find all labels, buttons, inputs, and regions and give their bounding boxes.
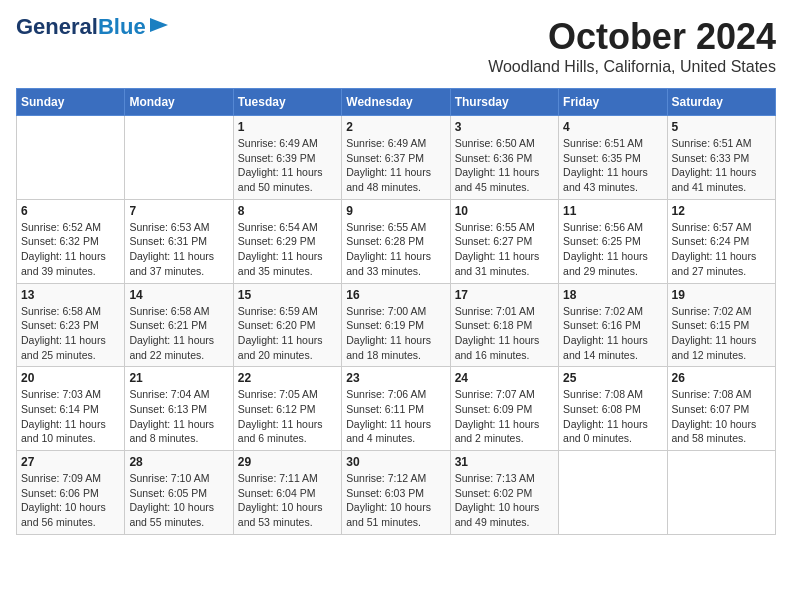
day-number: 29 <box>238 455 337 469</box>
day-number: 24 <box>455 371 554 385</box>
day-cell: 23Sunrise: 7:06 AM Sunset: 6:11 PM Dayli… <box>342 367 450 451</box>
week-row-2: 6Sunrise: 6:52 AM Sunset: 6:32 PM Daylig… <box>17 199 776 283</box>
day-info: Sunrise: 7:09 AM Sunset: 6:06 PM Dayligh… <box>21 471 120 530</box>
day-number: 23 <box>346 371 445 385</box>
day-cell: 12Sunrise: 6:57 AM Sunset: 6:24 PM Dayli… <box>667 199 775 283</box>
day-cell: 8Sunrise: 6:54 AM Sunset: 6:29 PM Daylig… <box>233 199 341 283</box>
day-number: 5 <box>672 120 771 134</box>
day-number: 12 <box>672 204 771 218</box>
day-cell: 18Sunrise: 7:02 AM Sunset: 6:16 PM Dayli… <box>559 283 667 367</box>
day-cell: 1Sunrise: 6:49 AM Sunset: 6:39 PM Daylig… <box>233 116 341 200</box>
day-cell: 26Sunrise: 7:08 AM Sunset: 6:07 PM Dayli… <box>667 367 775 451</box>
day-info: Sunrise: 6:51 AM Sunset: 6:35 PM Dayligh… <box>563 136 662 195</box>
day-cell: 25Sunrise: 7:08 AM Sunset: 6:08 PM Dayli… <box>559 367 667 451</box>
day-cell: 5Sunrise: 6:51 AM Sunset: 6:33 PM Daylig… <box>667 116 775 200</box>
day-info: Sunrise: 7:01 AM Sunset: 6:18 PM Dayligh… <box>455 304 554 363</box>
header-cell-sunday: Sunday <box>17 89 125 116</box>
day-cell: 28Sunrise: 7:10 AM Sunset: 6:05 PM Dayli… <box>125 451 233 535</box>
day-info: Sunrise: 7:05 AM Sunset: 6:12 PM Dayligh… <box>238 387 337 446</box>
day-number: 8 <box>238 204 337 218</box>
day-info: Sunrise: 7:10 AM Sunset: 6:05 PM Dayligh… <box>129 471 228 530</box>
day-number: 2 <box>346 120 445 134</box>
day-number: 4 <box>563 120 662 134</box>
day-info: Sunrise: 7:06 AM Sunset: 6:11 PM Dayligh… <box>346 387 445 446</box>
day-info: Sunrise: 6:53 AM Sunset: 6:31 PM Dayligh… <box>129 220 228 279</box>
day-number: 26 <box>672 371 771 385</box>
day-cell: 11Sunrise: 6:56 AM Sunset: 6:25 PM Dayli… <box>559 199 667 283</box>
location-subtitle: Woodland Hills, California, United State… <box>488 58 776 76</box>
svg-marker-0 <box>150 18 168 32</box>
day-cell: 9Sunrise: 6:55 AM Sunset: 6:28 PM Daylig… <box>342 199 450 283</box>
day-number: 27 <box>21 455 120 469</box>
day-cell: 27Sunrise: 7:09 AM Sunset: 6:06 PM Dayli… <box>17 451 125 535</box>
logo: GeneralBlue <box>16 16 170 38</box>
day-number: 6 <box>21 204 120 218</box>
day-info: Sunrise: 7:13 AM Sunset: 6:02 PM Dayligh… <box>455 471 554 530</box>
header-cell-thursday: Thursday <box>450 89 558 116</box>
day-info: Sunrise: 6:54 AM Sunset: 6:29 PM Dayligh… <box>238 220 337 279</box>
header-cell-friday: Friday <box>559 89 667 116</box>
day-info: Sunrise: 6:56 AM Sunset: 6:25 PM Dayligh… <box>563 220 662 279</box>
header-cell-tuesday: Tuesday <box>233 89 341 116</box>
day-cell: 13Sunrise: 6:58 AM Sunset: 6:23 PM Dayli… <box>17 283 125 367</box>
week-row-3: 13Sunrise: 6:58 AM Sunset: 6:23 PM Dayli… <box>17 283 776 367</box>
day-info: Sunrise: 7:08 AM Sunset: 6:08 PM Dayligh… <box>563 387 662 446</box>
day-info: Sunrise: 6:58 AM Sunset: 6:23 PM Dayligh… <box>21 304 120 363</box>
day-number: 30 <box>346 455 445 469</box>
day-cell: 16Sunrise: 7:00 AM Sunset: 6:19 PM Dayli… <box>342 283 450 367</box>
logo-text: GeneralBlue <box>16 16 146 38</box>
day-info: Sunrise: 7:02 AM Sunset: 6:16 PM Dayligh… <box>563 304 662 363</box>
day-number: 18 <box>563 288 662 302</box>
day-number: 17 <box>455 288 554 302</box>
day-info: Sunrise: 6:55 AM Sunset: 6:27 PM Dayligh… <box>455 220 554 279</box>
week-row-1: 1Sunrise: 6:49 AM Sunset: 6:39 PM Daylig… <box>17 116 776 200</box>
header-cell-saturday: Saturday <box>667 89 775 116</box>
day-cell: 30Sunrise: 7:12 AM Sunset: 6:03 PM Dayli… <box>342 451 450 535</box>
day-cell <box>559 451 667 535</box>
day-info: Sunrise: 7:02 AM Sunset: 6:15 PM Dayligh… <box>672 304 771 363</box>
day-info: Sunrise: 6:51 AM Sunset: 6:33 PM Dayligh… <box>672 136 771 195</box>
day-cell: 7Sunrise: 6:53 AM Sunset: 6:31 PM Daylig… <box>125 199 233 283</box>
header-row: SundayMondayTuesdayWednesdayThursdayFrid… <box>17 89 776 116</box>
day-number: 11 <box>563 204 662 218</box>
day-info: Sunrise: 7:11 AM Sunset: 6:04 PM Dayligh… <box>238 471 337 530</box>
day-cell: 31Sunrise: 7:13 AM Sunset: 6:02 PM Dayli… <box>450 451 558 535</box>
day-number: 9 <box>346 204 445 218</box>
day-info: Sunrise: 7:04 AM Sunset: 6:13 PM Dayligh… <box>129 387 228 446</box>
day-info: Sunrise: 6:57 AM Sunset: 6:24 PM Dayligh… <box>672 220 771 279</box>
day-number: 28 <box>129 455 228 469</box>
day-info: Sunrise: 7:07 AM Sunset: 6:09 PM Dayligh… <box>455 387 554 446</box>
day-cell: 4Sunrise: 6:51 AM Sunset: 6:35 PM Daylig… <box>559 116 667 200</box>
calendar-table: SundayMondayTuesdayWednesdayThursdayFrid… <box>16 88 776 535</box>
day-cell: 3Sunrise: 6:50 AM Sunset: 6:36 PM Daylig… <box>450 116 558 200</box>
week-row-5: 27Sunrise: 7:09 AM Sunset: 6:06 PM Dayli… <box>17 451 776 535</box>
day-cell: 20Sunrise: 7:03 AM Sunset: 6:14 PM Dayli… <box>17 367 125 451</box>
day-number: 19 <box>672 288 771 302</box>
day-number: 13 <box>21 288 120 302</box>
calendar-header: SundayMondayTuesdayWednesdayThursdayFrid… <box>17 89 776 116</box>
day-number: 16 <box>346 288 445 302</box>
month-year-title: October 2024 <box>488 16 776 58</box>
day-number: 10 <box>455 204 554 218</box>
day-number: 7 <box>129 204 228 218</box>
day-number: 15 <box>238 288 337 302</box>
day-cell: 29Sunrise: 7:11 AM Sunset: 6:04 PM Dayli… <box>233 451 341 535</box>
day-number: 21 <box>129 371 228 385</box>
day-number: 25 <box>563 371 662 385</box>
day-cell: 21Sunrise: 7:04 AM Sunset: 6:13 PM Dayli… <box>125 367 233 451</box>
day-number: 14 <box>129 288 228 302</box>
day-cell: 22Sunrise: 7:05 AM Sunset: 6:12 PM Dayli… <box>233 367 341 451</box>
day-info: Sunrise: 7:08 AM Sunset: 6:07 PM Dayligh… <box>672 387 771 446</box>
day-cell <box>125 116 233 200</box>
page-header: GeneralBlue October 2024 Woodland Hills,… <box>16 16 776 76</box>
day-cell: 19Sunrise: 7:02 AM Sunset: 6:15 PM Dayli… <box>667 283 775 367</box>
day-cell: 10Sunrise: 6:55 AM Sunset: 6:27 PM Dayli… <box>450 199 558 283</box>
day-info: Sunrise: 6:50 AM Sunset: 6:36 PM Dayligh… <box>455 136 554 195</box>
day-cell: 6Sunrise: 6:52 AM Sunset: 6:32 PM Daylig… <box>17 199 125 283</box>
day-info: Sunrise: 6:49 AM Sunset: 6:37 PM Dayligh… <box>346 136 445 195</box>
day-cell: 14Sunrise: 6:58 AM Sunset: 6:21 PM Dayli… <box>125 283 233 367</box>
title-block: October 2024 Woodland Hills, California,… <box>488 16 776 76</box>
day-info: Sunrise: 6:58 AM Sunset: 6:21 PM Dayligh… <box>129 304 228 363</box>
day-cell: 2Sunrise: 6:49 AM Sunset: 6:37 PM Daylig… <box>342 116 450 200</box>
day-cell: 24Sunrise: 7:07 AM Sunset: 6:09 PM Dayli… <box>450 367 558 451</box>
